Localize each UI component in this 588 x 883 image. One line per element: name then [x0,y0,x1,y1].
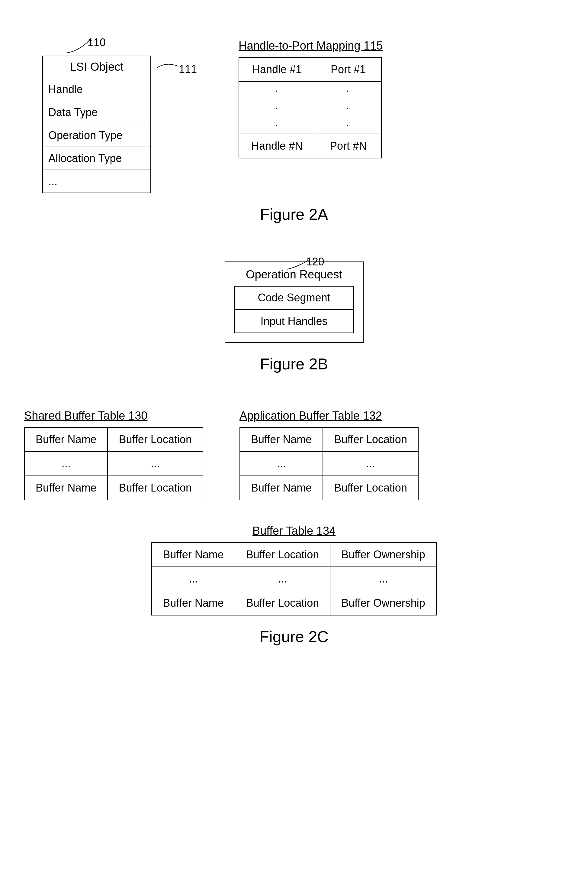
buf134-row-last: Buffer Name Buffer Location Buffer Owner… [152,591,436,615]
shared-dots-1: ... [24,451,108,476]
buf134-row-header: Buffer Name Buffer Location Buffer Owner… [152,543,436,567]
app-bufloc-1: Buffer Location [323,427,418,451]
htp-title: Handle-to-Port Mapping 115 [238,39,382,52]
lsi-row-optype: Operation Type [43,124,150,147]
lsi-box: LSI Object Handle Data Type Operation Ty… [42,56,151,193]
fig2a-label: Figure 2A [24,205,564,223]
htp-dot2b: · [315,99,381,116]
app-bufloc-n: Buffer Location [323,476,418,500]
ref-110-label: 110 [88,36,106,49]
app-dots-1: ... [240,451,323,476]
figure-2c-section: Shared Buffer Table 130 Buffer Name Buff… [24,397,564,646]
fig2c-label: Figure 2C [24,627,564,646]
app-bufname-n: Buffer Name [240,476,323,500]
lsi-row-handle: Handle [43,78,150,101]
shared-row-header: Buffer Name Buffer Location [24,427,203,451]
shared-bufname-1: Buffer Name [24,427,108,451]
htp-port1: Port #1 [315,57,381,81]
shared-dots-2: ... [108,451,203,476]
op-request-title: Operation Request [234,268,354,281]
lsi-row-datatype: Data Type [43,101,150,124]
buf134-name-n: Buffer Name [152,591,235,615]
op-request-box: Operation Request Code Segment Input Han… [225,262,364,343]
buf134-name-1: Buffer Name [152,543,235,567]
app-bufname-1: Buffer Name [240,427,323,451]
htp-dot3b: · [315,116,381,134]
app-buffer-table: Buffer Name Buffer Location ... ... Buff… [240,427,418,500]
buffer-tables-top-row: Shared Buffer Table 130 Buffer Name Buff… [24,409,564,500]
figure-2a-section: 110 LSI Object Handle Data Type Operatio… [24,18,564,223]
buf134-dots-3: ... [330,567,436,591]
htp-handle1: Handle #1 [239,57,315,81]
ref-111-group: 111 [154,59,190,78]
op-code-segment: Code Segment [234,286,354,310]
buf134-loc-n: Buffer Location [235,591,330,615]
shared-buffer-title: Shared Buffer Table 130 [24,409,147,422]
buf134-dots-2: ... [235,567,330,591]
htp-dot1b: · [315,81,381,99]
htp-group: Handle-to-Port Mapping 115 Handle #1 Por… [238,39,382,158]
app-dots-2: ... [323,451,418,476]
shared-bufloc-1: Buffer Location [108,427,203,451]
lsi-group: 110 LSI Object Handle Data Type Operatio… [42,36,190,193]
app-buffer-title: Application Buffer Table 132 [240,409,382,422]
fig2b-layout: 120 Operation Request Code Segment Input… [24,248,564,343]
shared-bufloc-n: Buffer Location [108,476,203,500]
shared-row-last: Buffer Name Buffer Location [24,476,203,500]
buf134-row-dots: ... ... ... [152,567,436,591]
shared-bufname-n: Buffer Name [24,476,108,500]
fig2a-layout: 110 LSI Object Handle Data Type Operatio… [24,18,564,193]
app-buffer-group: Application Buffer Table 132 Buffer Name… [240,409,418,500]
htp-table: Handle #1 Port #1 · · · · · · Handle #N [238,57,382,158]
buf134-loc-1: Buffer Location [235,543,330,567]
fig2b-label: Figure 2B [24,355,564,373]
htp-row-dots1: · · [239,81,381,99]
ref-111-label: 111 [179,63,197,75]
buf134-own-n: Buffer Ownership [330,591,436,615]
htp-dot2a: · [239,99,315,116]
htp-dot1a: · [239,81,315,99]
lsi-row-alloctype: Allocation Type [43,147,150,170]
app-row-header: Buffer Name Buffer Location [240,427,418,451]
buf134-dots-1: ... [152,567,235,591]
shared-row-dots: ... ... [24,451,203,476]
shared-buffer-table: Buffer Name Buffer Location ... ... Buff… [24,427,203,500]
app-row-dots: ... ... [240,451,418,476]
htp-handleN: Handle #N [239,134,315,158]
buffer-table-134-title: Buffer Table 134 [252,525,336,537]
htp-portN: Port #N [315,134,381,158]
htp-row-dots3: · · [239,116,381,134]
buf134-own-1: Buffer Ownership [330,543,436,567]
shared-buffer-group: Shared Buffer Table 130 Buffer Name Buff… [24,409,203,500]
htp-row-n: Handle #N Port #N [239,134,381,158]
htp-dot3a: · [239,116,315,134]
lsi-title: LSI Object [43,56,150,78]
buffer-table-134: Buffer Name Buffer Location Buffer Owner… [151,542,436,615]
buffer-table-134-group: Buffer Table 134 Buffer Name Buffer Loca… [24,525,564,615]
figure-2b-section: 120 Operation Request Code Segment Input… [24,248,564,373]
app-row-last: Buffer Name Buffer Location [240,476,418,500]
op-input-handles: Input Handles [234,310,354,333]
lsi-row-more: ... [43,170,150,193]
htp-row-dots2: · · [239,99,381,116]
op-request-group: 120 Operation Request Code Segment Input… [225,260,364,343]
fig2c-layout: Shared Buffer Table 130 Buffer Name Buff… [24,397,564,615]
htp-row-1: Handle #1 Port #1 [239,57,381,81]
